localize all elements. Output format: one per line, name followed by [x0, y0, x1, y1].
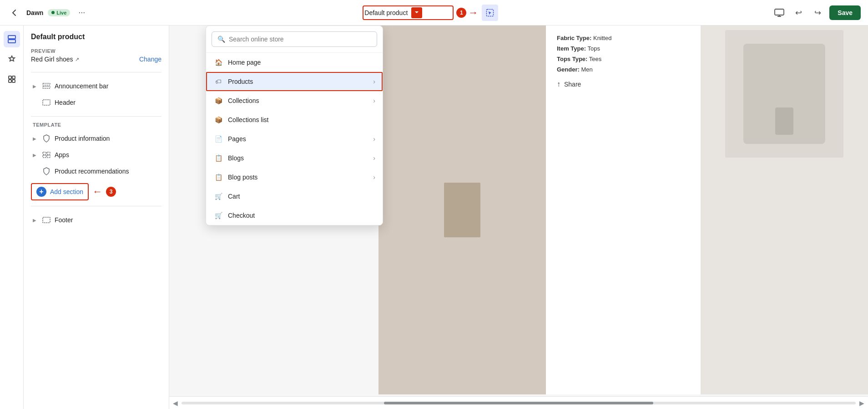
- product-recommendations-label: Product recommendations: [55, 168, 129, 175]
- add-section-row: + Add section ← 3: [31, 183, 161, 200]
- sidebar-item-footer[interactable]: ▶ Footer: [31, 212, 161, 228]
- add-section-bordered: + Add section: [31, 183, 89, 200]
- dropdown-item-blogs-left: 📋 Blogs: [213, 153, 244, 163]
- sidebar-add-icon[interactable]: [4, 71, 20, 87]
- gender-value: Men: [581, 66, 592, 73]
- back-button[interactable]: [7, 5, 22, 20]
- page-selector-text: Default product: [364, 9, 408, 16]
- fabric-type-label: Fabric Type:: [557, 35, 591, 41]
- topbar-left: Dawn Live ···: [7, 5, 89, 20]
- header-icon: [42, 98, 51, 107]
- save-button[interactable]: Save: [829, 5, 861, 20]
- dropdown-item-cart-left: 🛒 Cart: [213, 191, 240, 201]
- dropdown-item-cart[interactable]: 🛒 Cart: [206, 187, 383, 206]
- page-selector[interactable]: Default product: [363, 5, 454, 20]
- search-icon: 🔍: [217, 36, 225, 43]
- more-button[interactable]: ···: [75, 6, 89, 19]
- product-details-panel: Fabric Type: Knitted Item Type: Tops Top…: [546, 26, 701, 394]
- dropdown-blogs-label: Blogs: [228, 154, 244, 162]
- dropdown-checkout-label: Checkout: [228, 212, 255, 219]
- svg-rect-9: [43, 87, 50, 88]
- sidebar-item-product-information[interactable]: ▶ Product information: [31, 130, 161, 147]
- dropdown-item-blogs[interactable]: 📋 Blogs ›: [206, 148, 383, 168]
- expand-icon-footer: ▶: [33, 218, 38, 223]
- item-type-label: Item Type:: [557, 45, 586, 52]
- search-input[interactable]: [229, 36, 371, 43]
- svg-rect-1: [775, 9, 784, 15]
- tops-type-attr: Tops Type: Tees: [557, 56, 690, 62]
- share-icon: ↑: [557, 80, 560, 88]
- svg-rect-15: [43, 217, 50, 223]
- divider-2: [31, 116, 161, 117]
- product-image-placeholder: [378, 26, 546, 394]
- dropdown-item-collections[interactable]: 📦 Collections ›: [206, 91, 383, 110]
- preview-label: PREVIEW: [31, 48, 161, 54]
- change-link[interactable]: Change: [139, 56, 161, 63]
- item-type-value: Tops: [587, 45, 600, 52]
- sidebar: Default product PREVIEW Red Girl shoes ↗…: [24, 26, 169, 409]
- sidebar-sections-icon[interactable]: [4, 31, 20, 47]
- share-row[interactable]: ↑ Share: [557, 80, 690, 88]
- dropdown-home-label: Home page: [228, 59, 261, 66]
- dropdown-item-collections-list-left: 📦 Collections list: [213, 115, 268, 125]
- add-section-button[interactable]: + Add section: [35, 185, 85, 199]
- horizontal-scrollbar: ◀ ▶: [169, 396, 868, 409]
- dropdown-item-pages-left: 📄 Pages: [213, 134, 246, 144]
- collections-list-icon: 📦: [213, 115, 223, 125]
- dropdown-item-products[interactable]: 🏷 Products › ← 2: [206, 72, 383, 91]
- checkout-icon: 🛒: [213, 210, 223, 220]
- dropdown-item-collections-left: 📦 Collections: [213, 96, 259, 106]
- sidebar-content: Default product PREVIEW Red Girl shoes ↗…: [24, 26, 169, 409]
- page-selector-dropdown-arrow[interactable]: [411, 7, 422, 18]
- svg-rect-3: [8, 40, 15, 43]
- scroll-track[interactable]: [182, 402, 856, 404]
- sidebar-item-apps[interactable]: ▶ Apps: [31, 147, 161, 163]
- scroll-left-arrow[interactable]: ◀: [171, 399, 180, 408]
- cursor-tool-button[interactable]: [482, 5, 498, 21]
- undo-button[interactable]: ↩: [791, 5, 806, 20]
- sidebar-item-announcement-bar[interactable]: ▶ Announcement bar: [31, 78, 161, 94]
- dropdown-item-home-left: 🏠 Home page: [213, 57, 261, 67]
- divider-1: [31, 72, 161, 72]
- knit-sweater-image: [725, 30, 843, 158]
- dropdown-search-area: 🔍: [206, 26, 383, 53]
- annotation-badge-1: 1: [456, 8, 466, 18]
- dropdown-item-blog-posts[interactable]: 📋 Blog posts ›: [206, 168, 383, 187]
- collections-arrow: ›: [373, 97, 375, 104]
- product-image-area: Yo: [378, 26, 546, 394]
- live-dot: [51, 11, 55, 14]
- sidebar-customize-icon[interactable]: [4, 51, 20, 67]
- dropdown-pages-label: Pages: [228, 135, 246, 143]
- page-dropdown: 🔍 🏠 Home page 🏷 Products: [206, 26, 383, 225]
- store-name: Dawn: [26, 9, 43, 16]
- svg-rect-4: [9, 76, 11, 79]
- expand-icon-announcement: ▶: [33, 84, 38, 89]
- desktop-icon[interactable]: [772, 5, 787, 20]
- preview-area: 🔍 🏠 Home page 🏷 Products: [169, 26, 868, 409]
- redo-button[interactable]: ↪: [810, 5, 825, 20]
- tops-type-label: Tops Type:: [557, 56, 587, 62]
- dropdown-item-collections-list[interactable]: 📦 Collections list: [206, 110, 383, 129]
- sidebar-item-header[interactable]: ▶ Header: [31, 94, 161, 111]
- topbar-center: Default product 1 →: [94, 5, 767, 21]
- annotation-1: 1 →: [456, 8, 478, 18]
- header-label: Header: [55, 99, 76, 106]
- fabric-type-attr: Fabric Type: Knitted: [557, 35, 690, 41]
- product-image-right: [701, 26, 868, 394]
- dropdown-item-home[interactable]: 🏠 Home page: [206, 53, 383, 72]
- topbar: Dawn Live ··· Default product 1 → ↩ ↪: [0, 0, 868, 26]
- scroll-right-arrow[interactable]: ▶: [858, 399, 866, 408]
- dropdown-item-checkout[interactable]: 🛒 Checkout: [206, 206, 383, 225]
- dropdown-item-checkout-left: 🛒 Checkout: [213, 210, 255, 220]
- preview-row: Red Girl shoes ↗ Change: [31, 56, 161, 63]
- dropdown-item-blog-posts-left: 📋 Blog posts: [213, 172, 257, 182]
- preview-link[interactable]: Red Girl shoes ↗: [31, 56, 79, 63]
- divider-3: [31, 206, 161, 206]
- product-preview-content: Yo Fabric Type: Knitted Item Type: Tops …: [378, 26, 868, 394]
- item-type-attr: Item Type: Tops: [557, 45, 690, 52]
- sidebar-item-product-recommendations[interactable]: ▶ Product recommendations: [31, 163, 161, 179]
- footer-icon: [42, 215, 51, 225]
- blogs-arrow: ›: [373, 154, 375, 162]
- dropdown-item-pages[interactable]: 📄 Pages ›: [206, 129, 383, 148]
- product-info-label: Product information: [55, 135, 110, 142]
